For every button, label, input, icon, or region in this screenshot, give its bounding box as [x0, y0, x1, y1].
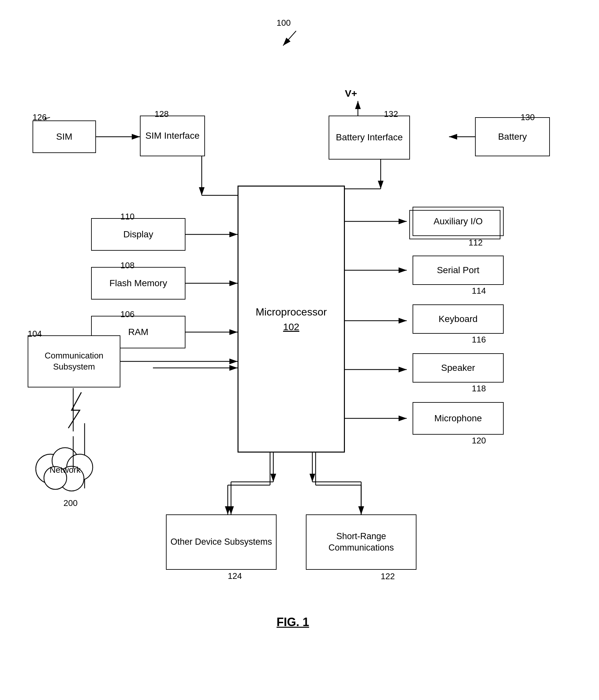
- sim-interface-ref: 128: [155, 109, 168, 119]
- fig-label: FIG. 1: [228, 615, 358, 629]
- battery-box: Battery: [475, 117, 550, 156]
- other-device-ref: 124: [228, 571, 242, 581]
- speaker-box: Speaker: [413, 353, 504, 382]
- comm-subsystem-box: Communication Subsystem: [28, 335, 121, 388]
- flash-memory-box: Flash Memory: [91, 267, 185, 300]
- svg-text:Network: Network: [49, 465, 81, 475]
- keyboard-box: Keyboard: [413, 304, 504, 334]
- battery-interface-ref: 132: [384, 109, 398, 119]
- sim-box: SIM: [32, 121, 96, 153]
- keyboard-ref: 116: [472, 335, 486, 345]
- microprocessor-box: Microprocessor 102: [237, 185, 345, 453]
- ram-ref: 106: [121, 309, 134, 319]
- svg-line-3: [283, 31, 296, 46]
- serial-ref: 114: [472, 286, 486, 296]
- short-range-ref: 122: [381, 571, 395, 581]
- other-device-box: Other Device Subsystems: [166, 515, 277, 570]
- speaker-ref: 118: [472, 383, 486, 394]
- diagram: 100 SIM 126 ↙ SIM Interface 128 Battery …: [0, 0, 599, 700]
- lightning-svg: [63, 391, 93, 430]
- auxiliary-io-shadow: [409, 210, 500, 239]
- comm-ref: 104: [28, 329, 42, 339]
- display-box: Display: [91, 218, 185, 251]
- network-ref: 200: [63, 498, 77, 508]
- microprocessor-label: Microprocessor: [256, 306, 327, 318]
- title-ref: 100: [277, 18, 291, 28]
- sim-interface-box: SIM Interface: [140, 116, 205, 156]
- display-ref: 110: [121, 211, 134, 222]
- microprocessor-ref: 102: [283, 321, 300, 332]
- battery-interface-box: Battery Interface: [329, 116, 410, 159]
- aux-ref: 112: [469, 238, 483, 248]
- microphone-box: Microphone: [413, 402, 504, 435]
- flash-ref: 108: [121, 260, 134, 271]
- serial-port-box: Serial Port: [413, 256, 504, 285]
- microphone-ref: 120: [472, 435, 486, 446]
- battery-ref: 130: [521, 112, 535, 122]
- network-cloud-svg: Network: [24, 436, 106, 495]
- short-range-box: Short-Range Communications: [306, 515, 416, 570]
- vplus-label: V+: [345, 88, 357, 99]
